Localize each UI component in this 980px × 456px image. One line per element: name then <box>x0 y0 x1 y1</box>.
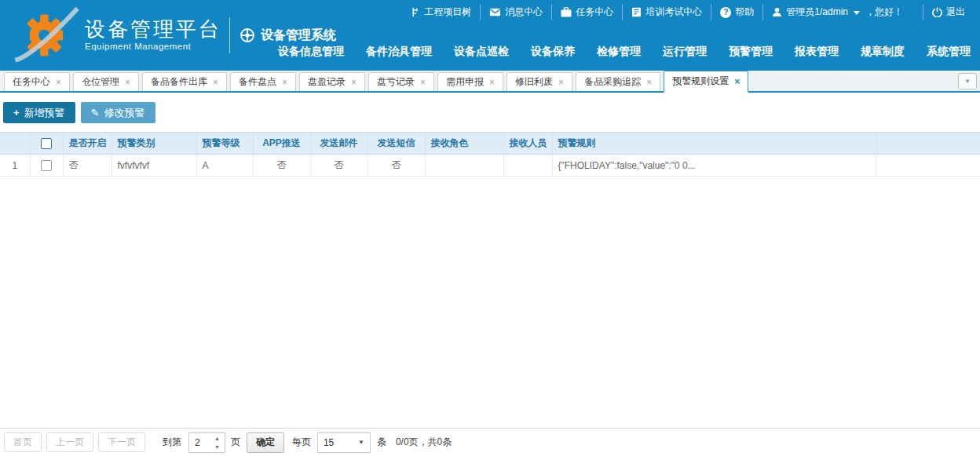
tab-spare-count[interactable]: 备件盘点 × <box>230 72 296 91</box>
tab-close-icon[interactable]: × <box>282 78 287 87</box>
tab-label: 备件盘点 <box>239 75 276 89</box>
logo: 设备管理平台 Equipment Management 设备管理系统 <box>0 0 336 71</box>
cell-rule: {"FHOLIDAY":false,"value":"0 0... <box>552 155 876 177</box>
col-recv-person: 接收人员 <box>503 133 552 155</box>
tab-refurbish[interactable]: 修旧利废 × <box>506 72 572 91</box>
task-center-link[interactable]: 任务中心 <box>551 4 622 20</box>
logout-button[interactable]: 退出 <box>923 4 974 20</box>
page-number-input[interactable] <box>189 433 210 452</box>
add-warning-button[interactable]: + 新增预警 <box>3 102 75 123</box>
tab-label: 仓位管理 <box>82 75 119 89</box>
tab-close-icon[interactable]: × <box>56 78 61 87</box>
nav-spare-parts[interactable]: 备件治具管理 <box>366 45 432 59</box>
tab-close-icon[interactable]: × <box>489 78 495 87</box>
system-title: 设备管理系统 <box>240 27 336 44</box>
cell-send-email: 否 <box>310 155 368 177</box>
app-window: 设备管理平台 Equipment Management 设备管理系统 <box>0 0 980 456</box>
tab-spare-outbound[interactable]: 备品备件出库 × <box>142 72 227 91</box>
page-size-value: 15 <box>324 437 334 448</box>
power-icon <box>932 7 942 17</box>
goto-page-prefix: 到第 <box>163 436 181 449</box>
message-center-label: 消息中心 <box>505 5 543 19</box>
tab-warning-rule-settings[interactable]: 预警规则设置 × <box>664 71 748 93</box>
edit-warning-button[interactable]: ✎ 修改预警 <box>81 102 155 123</box>
tab-surplus-record[interactable]: 盘盈记录 × <box>299 72 365 91</box>
prev-page-button[interactable]: 上一页 <box>46 432 93 452</box>
tab-label: 任务中心 <box>13 75 50 89</box>
row-checkbox[interactable] <box>41 160 52 171</box>
col-level: 预警等级 <box>196 133 253 155</box>
tab-close-icon[interactable]: × <box>125 78 130 87</box>
per-page-prefix: 每页 <box>292 436 311 449</box>
edit-warning-label: 修改预警 <box>104 106 145 120</box>
training-center-label: 培训考试中心 <box>645 5 702 19</box>
cell-recv-person <box>503 155 552 177</box>
spinner-arrows: ▲ ▼ <box>210 433 225 452</box>
briefcase-icon <box>561 7 572 17</box>
goto-page-suffix: 页 <box>231 436 240 449</box>
nav-operation[interactable]: 运行管理 <box>663 45 707 59</box>
select-all-checkbox[interactable] <box>41 138 52 149</box>
header-right: 工程项目树 消息中心 任务中心 <box>336 0 980 71</box>
table-row[interactable]: 1 否 fvfvfvfvf A 否 否 否 {"FHOLIDAY":false,… <box>0 155 980 177</box>
first-page-button[interactable]: 首页 <box>4 432 42 452</box>
app-header: 设备管理平台 Equipment Management 设备管理系统 <box>0 0 980 71</box>
next-page-button[interactable]: 下一页 <box>98 432 145 452</box>
plus-icon: + <box>13 107 20 119</box>
tab-bar: 任务中心 × 仓位管理 × 备品备件出库 × 备件盘点 × 盘盈记录 × 盘亏记… <box>0 71 980 93</box>
project-tree-link[interactable]: 工程项目树 <box>402 4 480 20</box>
col-send-sms: 发送短信 <box>368 133 425 155</box>
help-icon: ? <box>720 7 731 18</box>
tab-label: 盘亏记录 <box>377 75 415 89</box>
warning-rules-grid: 是否开启 预警类别 预警等级 APP推送 发送邮件 发送短信 接收角色 接收人员… <box>0 132 980 177</box>
message-center-link[interactable]: 消息中心 <box>480 4 551 20</box>
nav-warning[interactable]: 预警管理 <box>729 45 773 59</box>
nav-equipment-info[interactable]: 设备信息管理 <box>278 45 344 59</box>
nav-system[interactable]: 系统管理 <box>927 45 971 59</box>
training-center-link[interactable]: 培训考试中心 <box>622 4 711 20</box>
main-nav: 设备信息管理 备件治具管理 设备点巡检 设备保养 检修管理 运行管理 预警管理 … <box>336 45 974 59</box>
page-number-spinner: ▲ ▼ <box>188 432 225 453</box>
spinner-down-icon[interactable]: ▼ <box>214 444 220 450</box>
nav-inspection[interactable]: 设备点巡检 <box>454 45 509 59</box>
col-app-push: APP推送 <box>253 133 310 155</box>
user-name: 管理员1/admin <box>786 5 848 19</box>
select-caret-icon: ▼ <box>358 439 364 446</box>
tab-close-icon[interactable]: × <box>420 78 426 87</box>
col-filler <box>876 133 980 155</box>
nav-regulations[interactable]: 规章制度 <box>861 45 905 59</box>
tab-label: 盘盈记录 <box>308 75 346 89</box>
col-send-email: 发送邮件 <box>310 133 368 155</box>
nav-reports[interactable]: 报表管理 <box>795 45 839 59</box>
tab-label: 需用申报 <box>446 75 484 89</box>
tab-demand-report[interactable]: 需用申报 × <box>437 72 503 91</box>
tab-label: 备品备件出库 <box>151 75 207 89</box>
nav-maintenance[interactable]: 设备保养 <box>531 45 575 59</box>
tab-close-icon[interactable]: × <box>646 78 652 87</box>
user-menu[interactable]: 管理员1/admin ，您好！ <box>762 4 912 20</box>
col-rule: 预警规则 <box>552 133 876 155</box>
tab-purchase-tracking[interactable]: 备品采购追踪 × <box>576 72 660 91</box>
tab-close-icon[interactable]: × <box>213 78 218 87</box>
tab-label: 修旧利废 <box>515 75 553 89</box>
logo-subtitle: Equipment Management <box>85 42 221 52</box>
tab-loss-record[interactable]: 盘亏记录 × <box>368 72 434 91</box>
tab-warehouse-mgmt[interactable]: 仓位管理 × <box>73 72 139 91</box>
tab-task-center[interactable]: 任务中心 × <box>4 72 70 91</box>
tab-close-icon[interactable]: × <box>558 78 564 87</box>
nav-repair[interactable]: 检修管理 <box>597 45 641 59</box>
utility-bar: 工程项目树 消息中心 任务中心 <box>336 4 974 20</box>
chevron-down-icon: ▼ <box>964 78 971 85</box>
spinner-up-icon[interactable]: ▲ <box>214 436 220 441</box>
page-size-select[interactable]: 15 ▼ <box>317 432 371 453</box>
help-link[interactable]: ? 帮助 <box>711 4 762 20</box>
tab-close-icon[interactable]: × <box>351 78 357 87</box>
tab-overflow-button[interactable]: ▼ <box>958 73 977 89</box>
pencil-icon: ✎ <box>91 107 100 119</box>
gear-logo-icon <box>13 6 80 64</box>
user-greeting: ，您好！ <box>865 5 903 19</box>
system-target-icon <box>240 27 255 43</box>
tab-close-icon[interactable]: × <box>734 77 740 86</box>
logo-text: 设备管理平台 Equipment Management <box>85 18 221 52</box>
confirm-page-button[interactable]: 确定 <box>247 432 284 453</box>
